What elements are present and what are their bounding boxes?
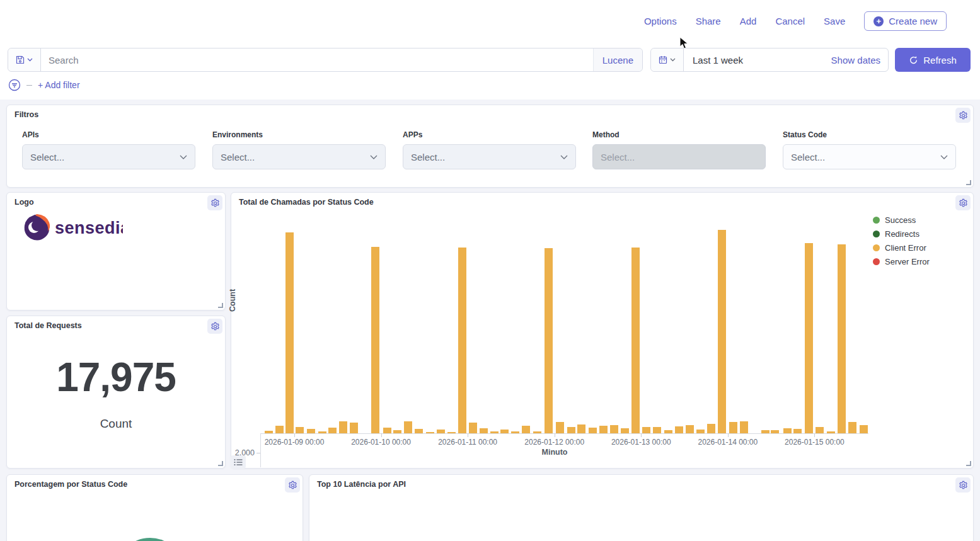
gear-icon	[959, 198, 968, 208]
plus-circle-icon: +	[873, 16, 884, 26]
status-code-select[interactable]: Select...	[783, 144, 956, 169]
chart-bar	[567, 427, 575, 433]
panel-gear-button[interactable]	[207, 319, 222, 334]
panel-title: Logo	[14, 198, 34, 207]
chart-bar	[686, 425, 694, 433]
legend-label: Server Error	[885, 257, 930, 266]
options-link[interactable]: Options	[644, 16, 677, 26]
chart-bar	[805, 243, 813, 433]
search-bar: Lucene	[8, 48, 643, 72]
y-axis-title: Count	[228, 289, 237, 312]
legend-item-redirects[interactable]: Redirects	[873, 229, 930, 239]
chevron-down-icon	[670, 58, 676, 62]
panel-gear-button[interactable]	[955, 108, 971, 123]
apis-select[interactable]: Select...	[22, 144, 195, 169]
panel-title: Porcentagem por Status Code	[14, 480, 127, 489]
chart-bar	[599, 426, 608, 433]
panel-resize-handle[interactable]	[966, 180, 971, 185]
chart-bar	[458, 248, 466, 433]
top-navigation: Options Share Add Cancel Save + Create n…	[644, 11, 947, 31]
select-placeholder: Select...	[601, 152, 635, 162]
chart-bar	[707, 424, 715, 433]
chart-bar	[469, 423, 477, 433]
y-axis-tick	[257, 453, 260, 453]
panel-gear-button[interactable]	[207, 195, 222, 210]
filter-icon[interactable]	[8, 79, 21, 91]
x-tick-label: 2026-01-09 00:00	[253, 438, 335, 447]
x-tick-label: 2026-01-13 00:00	[600, 438, 682, 447]
select-placeholder: Select...	[791, 152, 825, 162]
search-input[interactable]	[41, 48, 593, 71]
chart-legend: Success Redirects Client Error Server Er…	[873, 215, 930, 266]
chart-bar	[718, 230, 726, 433]
chevron-down-icon	[940, 155, 948, 159]
calendar-menu-button[interactable]	[651, 48, 684, 71]
panel-gear-button[interactable]	[285, 477, 300, 493]
panel-gear-button[interactable]	[955, 477, 971, 493]
saved-query-menu-button[interactable]	[8, 48, 41, 71]
panel-resize-handle[interactable]	[218, 461, 223, 466]
time-range-value[interactable]: Last 1 week	[684, 48, 831, 71]
save-link[interactable]: Save	[824, 16, 845, 26]
chevron-down-icon	[370, 155, 378, 159]
filter-field-status-code: Status Code Select...	[783, 130, 956, 169]
legend-dot	[873, 217, 880, 224]
show-dates-button[interactable]: Show dates	[831, 48, 888, 71]
x-tick-mark	[294, 433, 295, 437]
legend-item-success[interactable]: Success	[873, 215, 930, 225]
bar-chart-plot	[262, 213, 868, 433]
x-tick-label: 2026-01-10 00:00	[340, 438, 422, 447]
chart-bar	[522, 426, 530, 433]
filter-label: Status Code	[783, 130, 956, 139]
select-placeholder: Select...	[221, 152, 255, 162]
filter-label: APIs	[22, 130, 195, 139]
list-icon	[234, 458, 243, 466]
add-filter-button[interactable]: + Add filter	[38, 80, 80, 90]
panel-resize-handle[interactable]	[218, 303, 223, 308]
chart-bar	[783, 428, 792, 433]
x-tick-label: 2026-01-11 00:00	[427, 438, 509, 447]
chevron-down-icon	[560, 155, 568, 159]
chart-bar	[729, 422, 737, 433]
share-link[interactable]: Share	[696, 16, 721, 26]
panel-filtros: Filtros APIs Select... Environments Sele…	[6, 105, 974, 188]
create-new-label: Create new	[889, 16, 937, 26]
gear-icon	[288, 481, 297, 490]
x-axis-ticks	[262, 433, 868, 437]
legend-item-server-error[interactable]: Server Error	[873, 257, 930, 266]
method-select: Select...	[592, 144, 766, 169]
panel-logo: Logo sensedia	[6, 192, 226, 310]
chart-bar	[838, 244, 846, 433]
cancel-link[interactable]: Cancel	[775, 16, 805, 26]
chart-bar	[860, 425, 868, 433]
x-axis-title: Minuto	[517, 448, 592, 457]
legend-item-client-error[interactable]: Client Error	[873, 243, 930, 253]
environments-select[interactable]: Select...	[212, 144, 386, 169]
x-tick-mark	[728, 433, 729, 437]
chart-bar	[631, 248, 640, 433]
chart-bar	[545, 248, 553, 433]
legend-toggle-button[interactable]	[231, 455, 246, 469]
chart-bar	[285, 232, 294, 433]
refresh-button[interactable]: Refresh	[895, 48, 971, 72]
filter-field-apis: APIs Select...	[22, 130, 195, 169]
refresh-icon	[909, 55, 918, 65]
panel-resize-handle[interactable]	[966, 461, 971, 466]
chart-bar	[610, 425, 618, 433]
metric-wrap: 17,975 Count	[7, 354, 225, 431]
sensedia-logo: sensedia	[22, 213, 123, 244]
save-icon	[16, 55, 25, 64]
panel-top10-latencia: Top 10 Latência por API	[309, 474, 974, 541]
create-new-button[interactable]: + Create new	[864, 11, 947, 31]
apps-select[interactable]: Select...	[403, 144, 576, 169]
panel-gear-button[interactable]	[955, 195, 971, 210]
add-link[interactable]: Add	[740, 16, 757, 26]
query-language-button[interactable]: Lucene	[593, 48, 642, 71]
panel-title: Top 10 Latência por API	[317, 480, 406, 489]
filter-field-method: Method Select...	[592, 130, 766, 169]
x-tick-label: 2026-01-15 00:00	[773, 438, 855, 447]
panel-title: Filtros	[14, 110, 38, 119]
filter-field-environments: Environments Select...	[212, 130, 386, 169]
x-tick-mark	[555, 433, 555, 437]
chart-bar	[848, 422, 856, 433]
